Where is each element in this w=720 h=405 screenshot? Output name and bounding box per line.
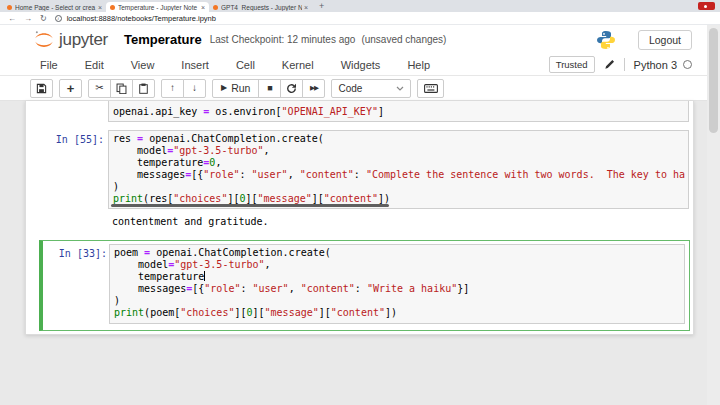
edit-title-pencil-icon[interactable] xyxy=(604,59,615,70)
code-input-area[interactable]: poem = openai.ChatCompletion.create( mod… xyxy=(109,244,685,324)
menu-insert[interactable]: Insert xyxy=(181,59,209,71)
notebook-title[interactable]: Temperature xyxy=(124,32,202,47)
notebook-container: openai.api_key = os.environ["OPENAI_API_… xyxy=(25,101,694,335)
code-line[interactable]: temperature xyxy=(114,271,684,283)
code-cell-33-selected[interactable]: In [33]: poem = openai.ChatCompletion.cr… xyxy=(39,240,690,331)
scissors-icon: ✂ xyxy=(95,83,103,93)
jupyter-logo-icon xyxy=(33,29,55,51)
url-text[interactable]: localhost:8888/notebooks/Temperature.ipy… xyxy=(67,14,216,23)
jupyter-header: jupyter Temperature Last Checkpoint: 12 … xyxy=(0,25,720,54)
menu-cell[interactable]: Cell xyxy=(236,59,255,71)
jupyter-favicon-icon xyxy=(213,5,218,10)
menu-help[interactable]: Help xyxy=(407,59,430,71)
browser-tab-gpt4-requests[interactable]: GPT4_Requests - Jupyter No × xyxy=(209,2,312,12)
arrow-down-icon: ↓ xyxy=(192,83,197,93)
stop-icon: ■ xyxy=(267,84,272,93)
checkpoint-text: Last Checkpoint: 12 minutes ago xyxy=(210,34,356,45)
menu-widgets[interactable]: Widgets xyxy=(341,59,381,71)
code-line[interactable]: model="gpt-3.5-turbo", xyxy=(114,259,684,271)
browser-tab-temperature[interactable]: Temperature - Jupyter Note × xyxy=(106,2,209,12)
menu-view[interactable]: View xyxy=(131,59,155,71)
scrollbar-thumb[interactable] xyxy=(709,28,718,133)
site-info-icon[interactable]: i xyxy=(55,15,62,22)
cell-type-value: Code xyxy=(338,83,362,94)
jupyter-favicon-icon xyxy=(7,5,12,10)
plus-icon: + xyxy=(67,82,75,95)
browser-scrollbar[interactable] xyxy=(707,25,720,405)
notebook-toolbar: + ✂ ↑ ↓ ▶ Run ■ xyxy=(0,76,720,101)
code-line[interactable]: ) xyxy=(114,295,684,307)
move-cell-down-button[interactable]: ↓ xyxy=(183,79,206,98)
move-cell-up-button[interactable]: ↑ xyxy=(161,79,184,98)
tab-title: Temperature - Jupyter Note xyxy=(118,4,199,11)
new-tab-icon[interactable]: + xyxy=(319,1,324,11)
close-icon[interactable]: × xyxy=(98,4,102,11)
output-row: contentment and gratitude. xyxy=(26,209,693,228)
trusted-badge[interactable]: Trusted xyxy=(549,56,595,73)
back-icon[interactable]: ← xyxy=(8,14,16,23)
input-prompt: In [33]: xyxy=(43,244,107,324)
chevron-down-icon xyxy=(396,86,404,91)
code-line[interactable]: messages=[{"role": "user", "content": "W… xyxy=(114,283,684,295)
code-line[interactable]: messages=[{"role": "user", "content": "C… xyxy=(113,169,688,181)
save-icon xyxy=(36,83,47,94)
menu-file[interactable]: File xyxy=(40,59,58,71)
code-line[interactable]: openai.api_key = os.environ["OPENAI_API_… xyxy=(113,106,384,118)
menu-kernel[interactable]: Kernel xyxy=(282,59,314,71)
tab-title: Home Page - Select or crea xyxy=(15,4,96,11)
code-line[interactable]: model="gpt-3.5-turbo", xyxy=(113,145,688,157)
recording-badge-icon[interactable] xyxy=(698,2,715,10)
menu-edit[interactable]: Edit xyxy=(85,59,104,71)
restart-run-all-button[interactable]: ▶▶ xyxy=(302,79,325,98)
jupyter-logo[interactable]: jupyter xyxy=(33,29,108,51)
cell-type-select[interactable]: Code xyxy=(331,79,411,98)
kernel-idle-icon xyxy=(683,60,692,69)
arrow-up-icon: ↑ xyxy=(170,83,175,93)
paste-cells-button[interactable] xyxy=(132,79,155,98)
clipboard-icon xyxy=(138,83,149,94)
code-input-area[interactable]: res = openai.ChatCompletion.create( mode… xyxy=(108,130,689,209)
menubar: File Edit View Insert Cell Kernel Widget… xyxy=(0,54,720,76)
logout-button[interactable]: Logout xyxy=(638,30,692,50)
run-button[interactable]: ▶ Run xyxy=(212,79,259,98)
kernel-name: Python 3 xyxy=(634,59,677,71)
code-line[interactable]: ) xyxy=(113,181,688,193)
close-icon[interactable]: × xyxy=(304,4,308,11)
notebook-page: openai.api_key = os.environ["OPENAI_API_… xyxy=(0,101,720,405)
run-label: Run xyxy=(231,82,250,94)
code-hscrollbar[interactable] xyxy=(111,204,389,207)
code-cell-55: In [55]: res = openai.ChatCompletion.cre… xyxy=(26,130,693,209)
copy-icon xyxy=(116,83,127,94)
restart-kernel-button[interactable] xyxy=(280,79,303,98)
code-line[interactable]: poem = openai.ChatCompletion.create( xyxy=(114,247,684,259)
forward-icon[interactable]: → xyxy=(24,14,32,23)
copy-cells-button[interactable] xyxy=(110,79,133,98)
divider xyxy=(624,58,625,71)
code-line[interactable]: res = openai.ChatCompletion.create( xyxy=(113,133,688,145)
code-line[interactable]: print(poem["choices"][0]["message"]["con… xyxy=(114,307,684,319)
tab-title: GPT4_Requests - Jupyter No xyxy=(221,4,302,11)
browser-url-bar: ← → ↻ i localhost:8888/notebooks/Tempera… xyxy=(0,12,720,25)
command-palette-button[interactable] xyxy=(417,79,444,98)
input-prompt: In [55]: xyxy=(26,130,104,209)
keyboard-icon xyxy=(424,84,438,93)
reload-icon[interactable]: ↻ xyxy=(40,14,47,23)
refresh-icon xyxy=(286,83,297,94)
jupyter-logo-text: jupyter xyxy=(59,30,108,50)
jupyter-favicon-icon xyxy=(110,5,115,10)
close-icon[interactable]: × xyxy=(201,4,205,11)
unsaved-changes-text: (unsaved changes) xyxy=(361,34,446,45)
python-logo-icon xyxy=(596,30,616,50)
save-button[interactable] xyxy=(30,79,53,98)
browser-tab-strip: Home Page - Select or crea × Temperature… xyxy=(0,0,720,12)
code-line[interactable]: temperature=0, xyxy=(113,157,688,169)
play-icon: ▶ xyxy=(221,84,227,92)
cut-cells-button[interactable]: ✂ xyxy=(88,79,111,98)
add-cell-button[interactable]: + xyxy=(59,79,82,98)
output-text: contentment and gratitude. xyxy=(112,216,269,228)
code-input-area[interactable]: openai.api_key = os.environ["OPENAI_API_… xyxy=(108,101,689,122)
interrupt-kernel-button[interactable]: ■ xyxy=(258,79,281,98)
fast-forward-icon: ▶▶ xyxy=(310,84,318,92)
browser-tab-home[interactable]: Home Page - Select or crea × xyxy=(3,2,106,12)
code-cell-clipped: openai.api_key = os.environ["OPENAI_API_… xyxy=(26,101,693,122)
